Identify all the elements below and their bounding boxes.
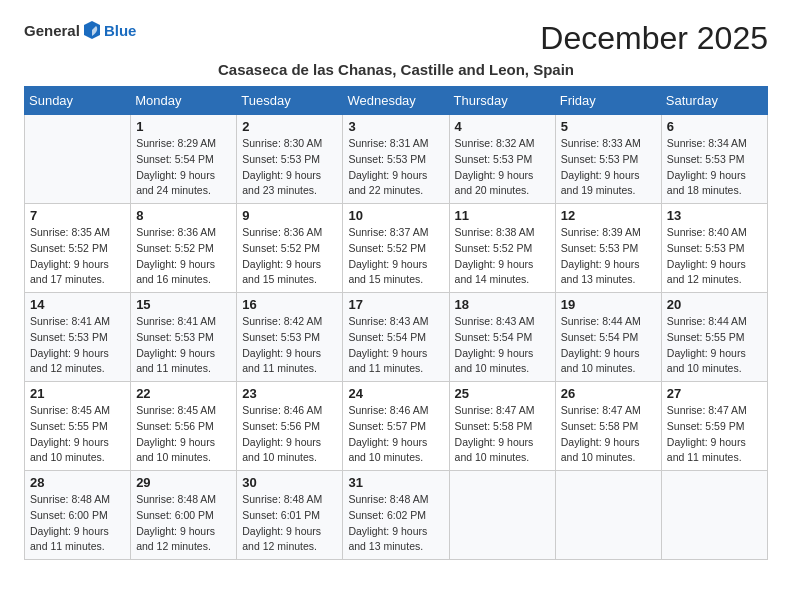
calendar-cell: 25Sunrise: 8:47 AMSunset: 5:58 PMDayligh…	[449, 382, 555, 471]
day-number: 23	[242, 386, 337, 401]
calendar-cell: 9Sunrise: 8:36 AMSunset: 5:52 PMDaylight…	[237, 204, 343, 293]
day-info: Sunrise: 8:34 AMSunset: 5:53 PMDaylight:…	[667, 136, 762, 199]
calendar-cell: 20Sunrise: 8:44 AMSunset: 5:55 PMDayligh…	[661, 293, 767, 382]
day-number: 1	[136, 119, 231, 134]
day-info: Sunrise: 8:40 AMSunset: 5:53 PMDaylight:…	[667, 225, 762, 288]
day-number: 6	[667, 119, 762, 134]
calendar-cell: 14Sunrise: 8:41 AMSunset: 5:53 PMDayligh…	[25, 293, 131, 382]
calendar-cell: 13Sunrise: 8:40 AMSunset: 5:53 PMDayligh…	[661, 204, 767, 293]
day-number: 30	[242, 475, 337, 490]
day-number: 12	[561, 208, 656, 223]
calendar-cell: 10Sunrise: 8:37 AMSunset: 5:52 PMDayligh…	[343, 204, 449, 293]
day-number: 14	[30, 297, 125, 312]
day-number: 29	[136, 475, 231, 490]
day-info: Sunrise: 8:36 AMSunset: 5:52 PMDaylight:…	[242, 225, 337, 288]
calendar-subtitle: Casaseca de las Chanas, Castille and Leo…	[24, 61, 768, 78]
day-info: Sunrise: 8:36 AMSunset: 5:52 PMDaylight:…	[136, 225, 231, 288]
calendar-cell: 31Sunrise: 8:48 AMSunset: 6:02 PMDayligh…	[343, 471, 449, 560]
day-number: 22	[136, 386, 231, 401]
calendar-cell: 26Sunrise: 8:47 AMSunset: 5:58 PMDayligh…	[555, 382, 661, 471]
day-info: Sunrise: 8:37 AMSunset: 5:52 PMDaylight:…	[348, 225, 443, 288]
day-info: Sunrise: 8:43 AMSunset: 5:54 PMDaylight:…	[348, 314, 443, 377]
day-number: 27	[667, 386, 762, 401]
weekday-header-friday: Friday	[555, 87, 661, 115]
title-section: December 2025	[540, 20, 768, 57]
day-number: 13	[667, 208, 762, 223]
calendar-week-1: 1Sunrise: 8:29 AMSunset: 5:54 PMDaylight…	[25, 115, 768, 204]
day-number: 18	[455, 297, 550, 312]
calendar-cell: 24Sunrise: 8:46 AMSunset: 5:57 PMDayligh…	[343, 382, 449, 471]
calendar-cell: 16Sunrise: 8:42 AMSunset: 5:53 PMDayligh…	[237, 293, 343, 382]
day-info: Sunrise: 8:45 AMSunset: 5:55 PMDaylight:…	[30, 403, 125, 466]
calendar-cell: 2Sunrise: 8:30 AMSunset: 5:53 PMDaylight…	[237, 115, 343, 204]
page-header: General Blue December 2025	[24, 20, 768, 57]
calendar-cell: 22Sunrise: 8:45 AMSunset: 5:56 PMDayligh…	[131, 382, 237, 471]
day-info: Sunrise: 8:47 AMSunset: 5:59 PMDaylight:…	[667, 403, 762, 466]
day-number: 3	[348, 119, 443, 134]
weekday-header-row: SundayMondayTuesdayWednesdayThursdayFrid…	[25, 87, 768, 115]
day-number: 19	[561, 297, 656, 312]
calendar-week-5: 28Sunrise: 8:48 AMSunset: 6:00 PMDayligh…	[25, 471, 768, 560]
day-info: Sunrise: 8:45 AMSunset: 5:56 PMDaylight:…	[136, 403, 231, 466]
calendar-cell: 18Sunrise: 8:43 AMSunset: 5:54 PMDayligh…	[449, 293, 555, 382]
day-info: Sunrise: 8:43 AMSunset: 5:54 PMDaylight:…	[455, 314, 550, 377]
logo-general: General	[24, 22, 80, 39]
weekday-header-sunday: Sunday	[25, 87, 131, 115]
day-info: Sunrise: 8:33 AMSunset: 5:53 PMDaylight:…	[561, 136, 656, 199]
day-info: Sunrise: 8:30 AMSunset: 5:53 PMDaylight:…	[242, 136, 337, 199]
day-number: 5	[561, 119, 656, 134]
day-info: Sunrise: 8:32 AMSunset: 5:53 PMDaylight:…	[455, 136, 550, 199]
calendar-cell: 4Sunrise: 8:32 AMSunset: 5:53 PMDaylight…	[449, 115, 555, 204]
day-info: Sunrise: 8:44 AMSunset: 5:55 PMDaylight:…	[667, 314, 762, 377]
calendar-cell: 30Sunrise: 8:48 AMSunset: 6:01 PMDayligh…	[237, 471, 343, 560]
day-info: Sunrise: 8:35 AMSunset: 5:52 PMDaylight:…	[30, 225, 125, 288]
weekday-header-monday: Monday	[131, 87, 237, 115]
day-info: Sunrise: 8:47 AMSunset: 5:58 PMDaylight:…	[561, 403, 656, 466]
day-number: 21	[30, 386, 125, 401]
calendar-cell	[555, 471, 661, 560]
calendar-cell: 23Sunrise: 8:46 AMSunset: 5:56 PMDayligh…	[237, 382, 343, 471]
day-number: 15	[136, 297, 231, 312]
day-info: Sunrise: 8:42 AMSunset: 5:53 PMDaylight:…	[242, 314, 337, 377]
calendar-table: SundayMondayTuesdayWednesdayThursdayFrid…	[24, 86, 768, 560]
day-info: Sunrise: 8:44 AMSunset: 5:54 PMDaylight:…	[561, 314, 656, 377]
calendar-body: 1Sunrise: 8:29 AMSunset: 5:54 PMDaylight…	[25, 115, 768, 560]
day-info: Sunrise: 8:48 AMSunset: 6:00 PMDaylight:…	[136, 492, 231, 555]
day-info: Sunrise: 8:31 AMSunset: 5:53 PMDaylight:…	[348, 136, 443, 199]
day-number: 8	[136, 208, 231, 223]
day-number: 26	[561, 386, 656, 401]
logo-icon	[82, 20, 102, 40]
day-number: 17	[348, 297, 443, 312]
day-number: 9	[242, 208, 337, 223]
calendar-cell: 29Sunrise: 8:48 AMSunset: 6:00 PMDayligh…	[131, 471, 237, 560]
day-number: 20	[667, 297, 762, 312]
day-number: 16	[242, 297, 337, 312]
calendar-cell: 27Sunrise: 8:47 AMSunset: 5:59 PMDayligh…	[661, 382, 767, 471]
calendar-cell: 21Sunrise: 8:45 AMSunset: 5:55 PMDayligh…	[25, 382, 131, 471]
calendar-cell: 19Sunrise: 8:44 AMSunset: 5:54 PMDayligh…	[555, 293, 661, 382]
calendar-cell	[449, 471, 555, 560]
calendar-cell: 1Sunrise: 8:29 AMSunset: 5:54 PMDaylight…	[131, 115, 237, 204]
weekday-header-saturday: Saturday	[661, 87, 767, 115]
day-info: Sunrise: 8:41 AMSunset: 5:53 PMDaylight:…	[136, 314, 231, 377]
logo-blue: Blue	[104, 22, 137, 39]
day-number: 11	[455, 208, 550, 223]
calendar-cell	[25, 115, 131, 204]
day-info: Sunrise: 8:47 AMSunset: 5:58 PMDaylight:…	[455, 403, 550, 466]
calendar-week-2: 7Sunrise: 8:35 AMSunset: 5:52 PMDaylight…	[25, 204, 768, 293]
calendar-cell	[661, 471, 767, 560]
day-info: Sunrise: 8:48 AMSunset: 6:01 PMDaylight:…	[242, 492, 337, 555]
day-number: 7	[30, 208, 125, 223]
calendar-cell: 11Sunrise: 8:38 AMSunset: 5:52 PMDayligh…	[449, 204, 555, 293]
calendar-cell: 3Sunrise: 8:31 AMSunset: 5:53 PMDaylight…	[343, 115, 449, 204]
calendar-cell: 15Sunrise: 8:41 AMSunset: 5:53 PMDayligh…	[131, 293, 237, 382]
day-info: Sunrise: 8:48 AMSunset: 6:00 PMDaylight:…	[30, 492, 125, 555]
day-number: 31	[348, 475, 443, 490]
calendar-cell: 17Sunrise: 8:43 AMSunset: 5:54 PMDayligh…	[343, 293, 449, 382]
day-info: Sunrise: 8:39 AMSunset: 5:53 PMDaylight:…	[561, 225, 656, 288]
day-number: 10	[348, 208, 443, 223]
day-info: Sunrise: 8:38 AMSunset: 5:52 PMDaylight:…	[455, 225, 550, 288]
day-info: Sunrise: 8:48 AMSunset: 6:02 PMDaylight:…	[348, 492, 443, 555]
calendar-cell: 12Sunrise: 8:39 AMSunset: 5:53 PMDayligh…	[555, 204, 661, 293]
weekday-header-tuesday: Tuesday	[237, 87, 343, 115]
